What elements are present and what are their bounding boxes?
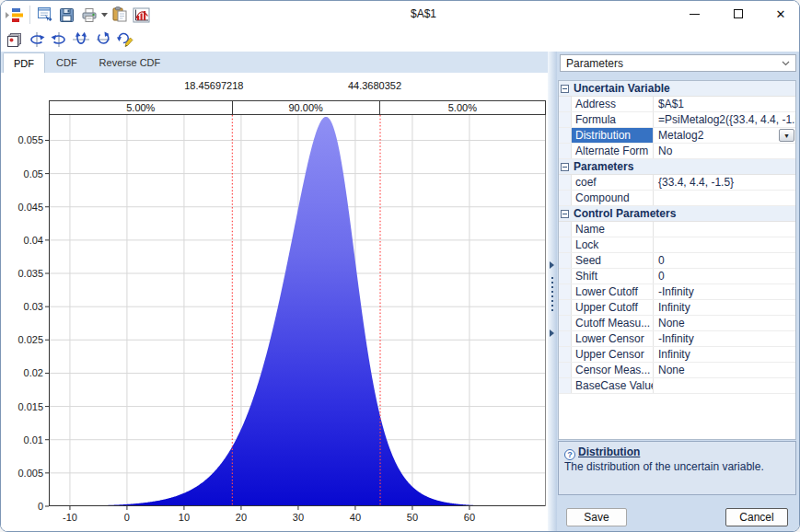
collapse-icon[interactable]: [561, 85, 569, 93]
prop-row-alternate-form[interactable]: Alternate FormNo: [559, 144, 795, 159]
section-uncertain-variable[interactable]: Uncertain Variable: [559, 81, 795, 97]
prop-value[interactable]: $A$1: [654, 97, 795, 111]
app-logo-icon[interactable]: [4, 5, 25, 25]
prop-row-upper-censor[interactable]: Upper CensorInfinity: [559, 347, 795, 363]
collapse-icon[interactable]: [561, 163, 569, 171]
prop-value[interactable]: [654, 237, 795, 252]
tab-cdf[interactable]: CDF: [45, 52, 88, 73]
y-tick-label: 0.03: [1, 301, 43, 312]
parameters-view-dropdown[interactable]: Parameters: [560, 54, 796, 72]
prop-row-seed[interactable]: Seed0: [559, 253, 795, 269]
chart-icon[interactable]: [131, 5, 152, 25]
prop-row-coef[interactable]: coef{33.4, 4.4, -1.5}: [559, 175, 795, 191]
prop-label[interactable]: Shift: [572, 269, 654, 283]
prop-label[interactable]: Lower Censor: [572, 331, 654, 346]
minimize-button[interactable]: [673, 1, 715, 27]
panel-splitter[interactable]: [548, 52, 557, 532]
prop-row-lower-cutoff[interactable]: Lower Cutoff-Infinity: [559, 284, 795, 300]
prop-label[interactable]: Seed: [572, 253, 654, 268]
prop-value[interactable]: [654, 378, 795, 393]
maximize-icon: [734, 9, 743, 18]
x-tick-label: 40: [350, 512, 361, 523]
prop-row-upper-cutoff[interactable]: Upper CutoffInfinity: [559, 300, 795, 316]
prop-value[interactable]: Infinity: [654, 347, 795, 362]
prop-label[interactable]: coef: [572, 175, 654, 190]
row-gutter: [559, 316, 572, 330]
prop-row-shift[interactable]: Shift0: [559, 269, 795, 284]
row-gutter: [559, 331, 572, 346]
maximize-button[interactable]: [717, 1, 759, 27]
collapse-icon[interactable]: [561, 210, 569, 218]
y-tick-label: 0.045: [1, 202, 43, 213]
percentile-band-cell-0: 5.00%: [50, 101, 233, 114]
prop-value[interactable]: -Infinity: [654, 331, 795, 346]
prop-row-compound[interactable]: Compound: [559, 191, 795, 206]
annotate-undo-icon[interactable]: [114, 29, 135, 50]
title-bar: $A$1 ✕: [1, 1, 799, 27]
prop-value[interactable]: =PsiMetalog2({33.4, 4.4, -1.5}): [654, 112, 795, 127]
section-title: Uncertain Variable: [572, 82, 795, 95]
rotate-z-icon[interactable]: [92, 29, 113, 50]
x-tick-label: 10: [179, 512, 190, 523]
tab-pdf[interactable]: PDF: [3, 52, 45, 73]
copy-report-icon[interactable]: [34, 5, 55, 25]
prop-row-lock[interactable]: Lock: [559, 237, 795, 253]
prop-row-basecase-value[interactable]: BaseCase Value: [559, 378, 795, 394]
prop-value[interactable]: Infinity: [654, 300, 795, 315]
cancel-button[interactable]: Cancel: [725, 508, 788, 526]
prop-value[interactable]: None: [654, 363, 795, 377]
prop-label[interactable]: Alternate Form: [572, 144, 654, 158]
print-dropdown-icon[interactable]: [100, 5, 109, 25]
prop-label[interactable]: BaseCase Value: [572, 378, 654, 393]
help-title-link[interactable]: Distribution: [578, 445, 640, 458]
row-gutter: [559, 237, 572, 252]
prop-label[interactable]: Censor Meas...: [572, 363, 654, 377]
section-parameters[interactable]: Parameters: [559, 159, 795, 175]
y-tick-label: 0.025: [1, 334, 43, 345]
prop-row-formula[interactable]: Formula=PsiMetalog2({33.4, 4.4, -1.5}): [559, 112, 795, 128]
prop-label[interactable]: Upper Censor: [572, 347, 654, 362]
prop-row-censor-meas[interactable]: Censor Meas...None: [559, 363, 795, 378]
prop-label[interactable]: Lower Cutoff: [572, 284, 654, 299]
prop-label[interactable]: Address: [572, 97, 654, 111]
prop-value[interactable]: {33.4, 4.4, -1.5}: [654, 175, 795, 190]
splitter-collapse-top-icon: [550, 261, 554, 269]
prop-value[interactable]: 0: [654, 253, 795, 268]
prop-value[interactable]: Metalog2▼: [654, 128, 795, 143]
parameters-panel: Parameters Uncertain VariableAddress$A$1…: [548, 52, 800, 532]
prop-label[interactable]: Formula: [572, 112, 654, 127]
paste-icon[interactable]: [109, 5, 130, 25]
prop-row-name[interactable]: Name: [559, 222, 795, 237]
prop-value[interactable]: [654, 222, 795, 237]
tab-reverse-cdf[interactable]: Reverse CDF: [88, 52, 172, 73]
splitter-collapse-bottom-icon: [550, 330, 554, 337]
y-tick-label: 0.02: [1, 367, 43, 378]
prop-label[interactable]: Lock: [572, 237, 654, 252]
prop-label[interactable]: Cutoff Measu...: [572, 316, 654, 330]
rotate-x-icon[interactable]: [70, 29, 91, 50]
distribution-dropdown-button[interactable]: ▼: [779, 129, 794, 142]
prop-row-cutoff-measu[interactable]: Cutoff Measu...None: [559, 316, 795, 331]
prop-value[interactable]: -Infinity: [654, 284, 795, 299]
prop-row-address[interactable]: Address$A$1: [559, 97, 795, 112]
prop-row-distribution[interactable]: DistributionMetalog2▼: [559, 128, 795, 144]
rotate-y-right-icon[interactable]: [48, 29, 69, 50]
prop-label[interactable]: Distribution: [572, 128, 654, 143]
row-gutter: [559, 253, 572, 268]
prop-value[interactable]: [654, 191, 795, 205]
section-control-parameters[interactable]: Control Parameters: [559, 206, 795, 222]
prop-value[interactable]: None: [654, 316, 795, 330]
close-button[interactable]: ✕: [759, 1, 800, 27]
prop-label[interactable]: Name: [572, 222, 654, 237]
print-icon[interactable]: [78, 5, 99, 25]
prop-label[interactable]: Compound: [572, 191, 654, 205]
prop-value[interactable]: No: [654, 144, 795, 158]
prop-value[interactable]: 0: [654, 269, 795, 283]
row-gutter: [559, 363, 572, 377]
prop-label[interactable]: Upper Cutoff: [572, 300, 654, 315]
gallery-icon[interactable]: [4, 29, 25, 50]
prop-row-lower-censor[interactable]: Lower Censor-Infinity: [559, 331, 795, 347]
save-button[interactable]: Save: [566, 508, 627, 526]
save-icon[interactable]: [56, 5, 77, 25]
rotate-y-left-icon[interactable]: [26, 29, 47, 50]
